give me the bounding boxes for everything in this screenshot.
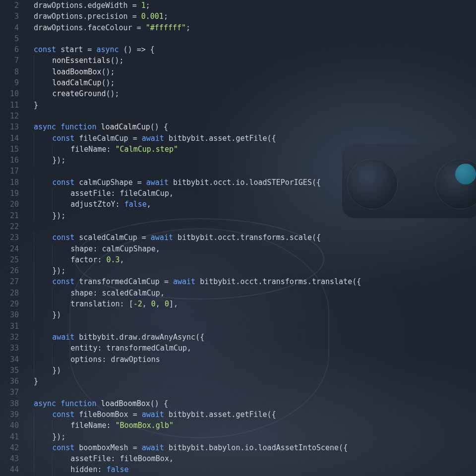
code-line[interactable]: createGround(); (24, 88, 476, 99)
code-line[interactable]: }); (24, 265, 476, 276)
token-kw: const (34, 45, 56, 54)
token-pun: : [ (120, 299, 133, 308)
line-number: 21 (0, 210, 19, 221)
token-id: calmCupShape (79, 178, 132, 187)
indent-guide-icon (52, 453, 70, 464)
indent-guide-icon (34, 55, 52, 66)
code-editor[interactable]: 2345678910111213141516171819202122232425… (0, 0, 476, 476)
code-line[interactable]: }); (24, 155, 476, 166)
indent-guide-icon (34, 177, 52, 188)
code-line[interactable]: }) (24, 309, 476, 320)
code-line[interactable] (24, 33, 476, 44)
token-pun (74, 178, 79, 187)
code-line[interactable] (24, 166, 476, 177)
token-pun: }); (52, 156, 65, 165)
code-line[interactable] (24, 111, 476, 121)
code-line[interactable]: }) (24, 365, 476, 376)
indent-guide-icon (34, 144, 52, 155)
token-pun: : (93, 244, 102, 253)
token-mod: async (34, 399, 56, 408)
indent-guide-icon (34, 343, 52, 354)
token-mod: async (34, 122, 56, 131)
code-line[interactable]: fileName: "CalmCup.step" (24, 144, 476, 155)
indent-guide-icon (34, 332, 52, 343)
code-line[interactable]: assetFile: fileBoomBox, (24, 453, 476, 464)
code-line[interactable]: }); (24, 210, 476, 221)
token-pun: bitbybit.babylon.io.loadAssetIntoScene({ (164, 443, 348, 452)
indent-guide-icon (52, 343, 70, 354)
token-id: fileBoomBox (79, 410, 128, 419)
code-line[interactable]: const fileCalmCup = await bitbybit.asset… (24, 133, 476, 144)
code-line[interactable] (24, 387, 476, 398)
code-line[interactable]: loadCalmCup(); (24, 77, 476, 88)
line-number: 36 (0, 376, 19, 387)
code-line[interactable]: shape: scaledCalmCup, (24, 288, 476, 298)
line-number: 41 (0, 431, 19, 442)
token-pun: bitbybit.occt.io.loadSTEPorIGES({ (169, 178, 321, 187)
token-str: "BoomBox.glb" (116, 421, 174, 430)
code-line[interactable]: hidden: false (24, 464, 476, 475)
code-line[interactable]: const calmCupShape = await bitbybit.occt… (24, 177, 476, 188)
code-line[interactable]: } (24, 100, 476, 111)
code-line[interactable]: drawOptions.precision = 0.001; (24, 11, 476, 22)
code-line[interactable]: }); (24, 431, 476, 442)
code-line[interactable]: const boomboxMesh = await bitbybit.babyl… (24, 442, 476, 453)
indent-guide-icon (34, 77, 52, 88)
code-line[interactable] (24, 221, 476, 232)
line-number: 24 (0, 243, 19, 254)
code-line[interactable]: async function loadCalmCup() { (24, 121, 476, 132)
token-num: 0 (165, 299, 169, 308)
token-pun: : (97, 344, 106, 353)
token-pun: (); (101, 67, 115, 76)
indent-guide-icon (34, 232, 52, 243)
token-kw: const (52, 233, 74, 242)
code-line[interactable]: drawOptions.edgeWidth = 1; (24, 0, 476, 11)
code-area[interactable]: drawOptions.edgeWidth = 1;drawOptions.pr… (24, 0, 476, 476)
token-pun: : (102, 355, 111, 364)
code-line[interactable]: fileName: "BoomBox.glb" (24, 420, 476, 431)
code-line[interactable]: entity: transformedCalmCup, (24, 343, 476, 354)
token-kw: const (52, 443, 74, 452)
token-pun: bitbybit.asset.getFile({ (164, 134, 276, 143)
line-number: 33 (0, 343, 19, 354)
code-line[interactable]: async function loadBoomBox() { (24, 398, 476, 409)
code-line[interactable]: const scaledCalmCup = await bitbybit.occ… (24, 232, 476, 243)
token-fn: loadCalmCup (52, 78, 101, 87)
code-line[interactable]: const fileBoomBox = await bitbybit.asset… (24, 409, 476, 420)
code-line[interactable]: nonEssentials(); (24, 55, 476, 66)
token-pun: : (97, 465, 106, 474)
code-line[interactable]: translation: [-2, 0, 0], (24, 298, 476, 309)
token-pun: = (160, 277, 173, 286)
code-line[interactable]: const start = async () => { (24, 44, 476, 55)
code-line[interactable]: loadBoomBox(); (24, 66, 476, 77)
code-line[interactable]: options: drawOptions (24, 354, 476, 365)
code-line[interactable]: drawOptions.faceColour = "#ffffff"; (24, 22, 476, 33)
code-line[interactable]: assetFile: fileCalmCup, (24, 188, 476, 199)
code-line[interactable]: await bitbybit.draw.drawAnyAsync({ (24, 332, 476, 343)
line-number: 5 (0, 33, 19, 44)
code-line[interactable]: const transformedCalmCup = await bitbybi… (24, 276, 476, 287)
token-pun: , (169, 189, 174, 198)
token-id: fileCalmCup (120, 189, 169, 198)
line-number: 32 (0, 332, 19, 343)
code-line[interactable]: } (24, 376, 476, 387)
token-pun (56, 45, 60, 54)
code-line[interactable]: shape: calmCupShape, (24, 243, 476, 254)
token-fn: loadBoomBox (52, 67, 101, 76)
line-number: 12 (0, 111, 19, 121)
token-pun: ; (146, 1, 150, 10)
token-id: fileBoomBox (120, 454, 169, 463)
token-pun: : (116, 200, 124, 209)
code-line[interactable]: factor: 0.3, (24, 254, 476, 265)
token-pun (74, 233, 79, 242)
line-number: 13 (0, 121, 19, 132)
token-pun: , (169, 454, 174, 463)
token-pun: bitbybit.draw.drawAnyAsync({ (74, 333, 204, 342)
line-number: 17 (0, 166, 19, 177)
code-line[interactable] (24, 321, 476, 332)
token-num: 0.3 (107, 255, 120, 264)
token-pun: ; (186, 23, 190, 32)
token-prop: faceColour (87, 23, 132, 32)
code-line[interactable]: adjustZtoY: false, (24, 199, 476, 210)
token-prop: entity (70, 344, 97, 353)
